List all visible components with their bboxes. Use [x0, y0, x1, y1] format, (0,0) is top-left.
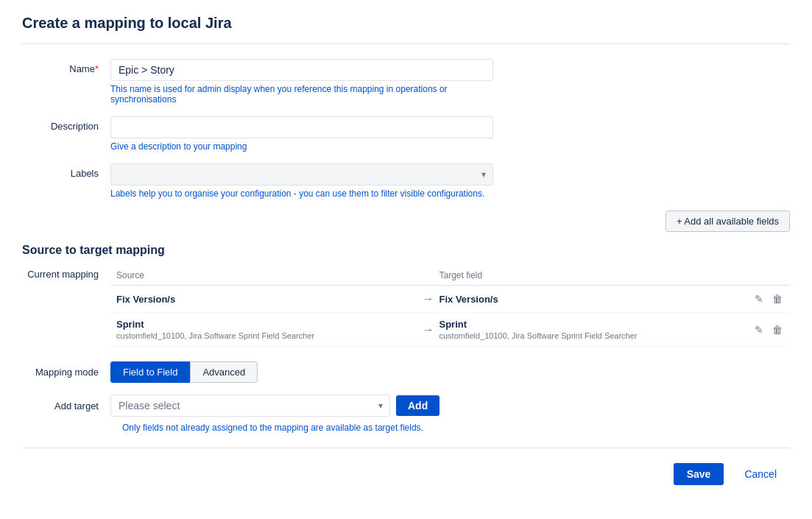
- add-target-select[interactable]: Please select: [110, 395, 390, 417]
- mapping-mode-label: Mapping mode: [22, 367, 110, 378]
- description-field-content: Give a description to your mapping: [110, 116, 493, 152]
- add-target-content: Please select ▾ Add: [110, 395, 790, 417]
- footer-divider: [22, 448, 790, 448]
- source-to-target-section: Source to target mapping Current mapping…: [22, 244, 790, 347]
- row-actions-sprint: ✎ 🗑: [740, 322, 784, 337]
- add-target-select-wrapper: Please select ▾: [110, 395, 390, 417]
- description-hint: Give a description to your mapping: [110, 141, 493, 152]
- arrow-col-header: [417, 270, 439, 280]
- edit-sprint-button[interactable]: ✎: [753, 322, 765, 337]
- current-mapping-row: Current mapping Source Target field Fix …: [22, 266, 790, 347]
- target-field-sprint: Sprint customfield_10100, Jira Software …: [439, 319, 741, 340]
- advanced-button[interactable]: Advanced: [190, 361, 258, 383]
- name-label: Name*: [22, 59, 110, 74]
- row-actions-fix-version: ✎ 🗑: [740, 292, 784, 306]
- mapping-mode-buttons: Field to Field Advanced: [110, 361, 258, 383]
- target-field-fix-version: Fix Version/s: [439, 294, 741, 305]
- only-fields-hint: Only fields not already assigned to the …: [122, 423, 790, 433]
- add-all-fields-button[interactable]: + Add all available fields: [666, 211, 790, 232]
- source-sprint-sub: customfield_10100, Jira Software Sprint …: [116, 331, 417, 340]
- labels-field-row: Labels ▾ Labels help you to organise you…: [22, 163, 790, 199]
- labels-select[interactable]: [110, 163, 493, 186]
- add-target-row: Add target Please select ▾ Add: [22, 395, 790, 417]
- labels-field-content: ▾ Labels help you to organise your confi…: [110, 163, 493, 199]
- table-row: Sprint customfield_10100, Jira Software …: [110, 313, 790, 347]
- target-col-header: Target field: [439, 270, 741, 280]
- target-sprint-name: Sprint: [439, 319, 741, 330]
- actions-col-header: [740, 270, 784, 280]
- name-hint: This name is used for admin display when…: [110, 84, 493, 105]
- description-label: Description: [22, 116, 110, 132]
- delete-sprint-button[interactable]: 🗑: [771, 322, 784, 337]
- field-to-field-button[interactable]: Field to Field: [110, 361, 190, 383]
- name-input[interactable]: [110, 59, 493, 81]
- source-field-sprint: Sprint customfield_10100, Jira Software …: [116, 319, 417, 340]
- add-target-button[interactable]: Add: [396, 395, 439, 416]
- description-field-row: Description Give a description to your m…: [22, 116, 790, 152]
- source-sprint-name: Sprint: [116, 319, 417, 330]
- cancel-button[interactable]: Cancel: [731, 463, 790, 485]
- table-row: Fix Version/s → Fix Version/s ✎ 🗑: [110, 286, 790, 313]
- footer-actions: Save Cancel: [22, 463, 790, 485]
- title-divider: [22, 43, 790, 44]
- section-title: Source to target mapping: [22, 244, 790, 257]
- description-input[interactable]: [110, 116, 493, 138]
- edit-fix-version-button[interactable]: ✎: [753, 292, 765, 306]
- target-sprint-sub: customfield_10100, Jira Software Sprint …: [439, 331, 741, 340]
- source-fix-version-name: Fix Version/s: [116, 294, 417, 305]
- labels-hint: Labels help you to organise your configu…: [110, 188, 493, 199]
- source-col-header: Source: [116, 270, 417, 280]
- labels-select-wrapper: ▾: [110, 163, 493, 186]
- mapping-mode-row: Mapping mode Field to Field Advanced: [22, 361, 790, 383]
- target-fix-version-name: Fix Version/s: [439, 294, 741, 305]
- source-field-fix-version: Fix Version/s: [116, 294, 417, 305]
- add-target-label: Add target: [22, 400, 110, 412]
- save-button[interactable]: Save: [674, 463, 724, 485]
- mapping-table: Source Target field Fix Version/s → Fix …: [110, 266, 790, 347]
- mapping-table-header: Source Target field: [110, 266, 790, 286]
- page-title: Create a mapping to local Jira: [22, 15, 790, 32]
- current-mapping-label: Current mapping: [22, 266, 110, 280]
- name-field-row: Name* This name is used for admin displa…: [22, 59, 790, 105]
- labels-label: Labels: [22, 163, 110, 179]
- arrow-icon-sprint: →: [417, 323, 439, 336]
- delete-fix-version-button[interactable]: 🗑: [771, 292, 784, 306]
- add-all-row: + Add all available fields: [22, 211, 790, 232]
- name-field-content: This name is used for admin display when…: [110, 59, 493, 105]
- arrow-icon-fix-version: →: [417, 292, 439, 306]
